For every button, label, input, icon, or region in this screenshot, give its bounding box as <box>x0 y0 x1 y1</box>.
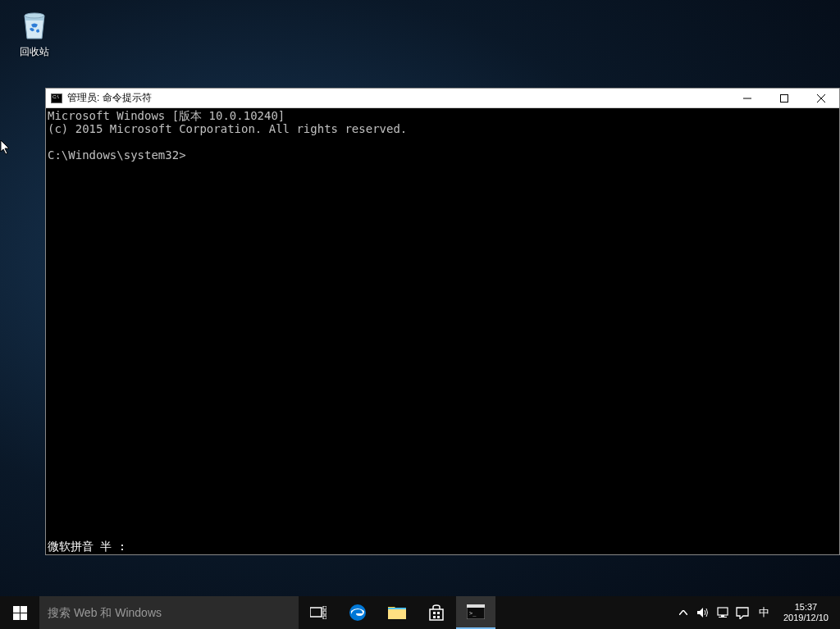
edge-browser-button[interactable] <box>338 596 377 629</box>
svg-rect-7 <box>13 613 20 620</box>
title-bar[interactable]: 管理员: 命令提示符 <box>46 89 839 108</box>
svg-rect-14 <box>388 608 406 609</box>
recycle-bin-icon <box>15 4 54 43</box>
cmd-output-line: Microsoft Windows [版本 10.0.10240] <box>48 109 838 122</box>
tray-chevron-button[interactable] <box>673 596 693 629</box>
chevron-up-icon <box>679 610 687 615</box>
windows-logo-icon <box>13 606 27 620</box>
clock-time: 15:37 <box>783 602 829 613</box>
ime-status-text: 微软拼音 半 : <box>48 540 126 553</box>
svg-rect-5 <box>13 606 20 613</box>
volume-icon <box>696 607 710 618</box>
svg-rect-8 <box>21 613 27 620</box>
svg-point-0 <box>25 13 44 18</box>
title-left: 管理员: 命令提示符 <box>46 91 152 105</box>
close-button[interactable] <box>802 89 839 107</box>
ime-label: 中 <box>759 605 769 620</box>
folder-icon <box>387 604 407 621</box>
store-icon <box>427 604 445 622</box>
svg-rect-2 <box>780 94 788 102</box>
cmd-app-icon <box>51 93 62 103</box>
svg-text:>_: >_ <box>469 610 477 617</box>
network-button[interactable] <box>713 596 733 629</box>
window-controls <box>728 89 839 107</box>
search-input[interactable] <box>48 606 290 619</box>
svg-rect-11 <box>323 611 326 614</box>
action-center-button[interactable] <box>733 596 752 629</box>
maximize-button[interactable] <box>765 89 802 107</box>
cmd-output-line: (c) 2015 Microsoft Corporation. All righ… <box>48 122 838 135</box>
edge-icon <box>348 603 368 622</box>
taskbar-items: >_ <box>299 596 495 629</box>
notification-icon <box>736 607 749 619</box>
svg-rect-10 <box>323 606 326 609</box>
svg-rect-9 <box>310 608 322 617</box>
svg-rect-18 <box>437 616 440 618</box>
task-view-icon <box>310 606 326 619</box>
window-title: 管理员: 命令提示符 <box>67 91 152 105</box>
network-icon <box>716 607 729 618</box>
start-button[interactable] <box>0 596 39 629</box>
recycle-bin-label: 回收站 <box>10 45 59 59</box>
svg-rect-15 <box>433 612 436 614</box>
task-view-button[interactable] <box>299 596 338 629</box>
minimize-button[interactable] <box>728 89 765 107</box>
ime-indicator[interactable]: 中 <box>752 596 777 629</box>
cmd-window: 管理员: 命令提示符 Microsoft Windows [版本 10.0.10… <box>45 88 840 555</box>
cmd-body[interactable]: Microsoft Windows [版本 10.0.10240] (c) 20… <box>46 108 839 554</box>
svg-rect-17 <box>433 616 436 618</box>
svg-rect-20 <box>467 604 485 608</box>
svg-rect-22 <box>718 608 728 615</box>
recycle-bin-desktop-icon[interactable]: 回收站 <box>10 4 59 59</box>
file-explorer-button[interactable] <box>377 596 417 629</box>
svg-rect-12 <box>323 616 326 619</box>
cmd-prompt: C:\Windows\system32> <box>48 148 838 162</box>
svg-rect-6 <box>21 606 27 613</box>
svg-rect-23 <box>721 615 724 617</box>
clock-date: 2019/12/10 <box>783 613 829 623</box>
cmd-taskbar-icon: >_ <box>467 604 485 619</box>
svg-rect-16 <box>437 612 440 614</box>
system-tray: 中 15:37 2019/12/10 <box>673 596 840 629</box>
volume-button[interactable] <box>693 596 713 629</box>
cmd-blank-line <box>48 135 838 148</box>
svg-rect-24 <box>719 617 727 618</box>
taskbar: >_ 中 15:37 2019/12/10 <box>0 596 840 629</box>
clock[interactable]: 15:37 2019/12/10 <box>777 602 835 623</box>
cmd-taskbar-button[interactable]: >_ <box>456 596 495 629</box>
search-box[interactable] <box>39 596 299 629</box>
store-button[interactable] <box>417 596 456 629</box>
mouse-cursor <box>0 139 13 156</box>
